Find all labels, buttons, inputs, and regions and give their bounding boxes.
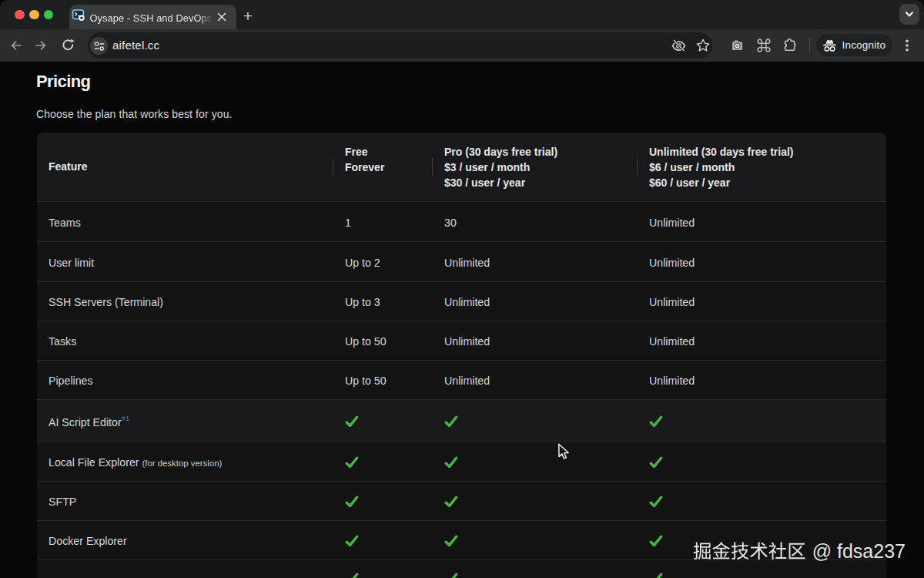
- svg-text:@ fdsa237: @ fdsa237: [812, 540, 906, 562]
